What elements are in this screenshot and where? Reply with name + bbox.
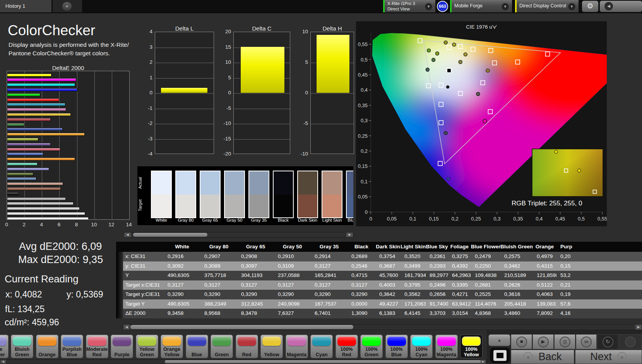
patch-button-purplish-blue[interactable]: Purplish Blue bbox=[61, 335, 83, 358]
patch-button-100-yellow[interactable]: 100% Yellow bbox=[460, 335, 483, 358]
patch-button-100-red[interactable]: 100% Red bbox=[336, 335, 358, 358]
gridline bbox=[311, 93, 354, 94]
patch-button-bluish-green[interactable]: Bluish Green bbox=[11, 335, 33, 358]
next-button[interactable]: Next » bbox=[575, 350, 642, 364]
table-cell: 0,2916 bbox=[164, 252, 200, 261]
record-button[interactable] bbox=[619, 334, 642, 349]
table-cell: 0,3127 bbox=[311, 280, 348, 290]
table-cell: 6,7401 bbox=[311, 309, 348, 318]
table-cell: 121,8598 bbox=[533, 271, 556, 280]
scrollbar-thumb[interactable] bbox=[165, 360, 481, 363]
patch-color-chip bbox=[337, 337, 356, 346]
target-color bbox=[200, 195, 220, 218]
scroll-left-arrow[interactable]: ◀ bbox=[0, 360, 6, 364]
meter-dropdown[interactable]: X-Rite i1Pro 3 Direct View ▼ bbox=[383, 0, 435, 12]
cie-plot-svg: 0,550,50,450,40,350,30,250,20,150,10,050… bbox=[356, 21, 607, 226]
table-cell: 0,3109 bbox=[274, 261, 311, 271]
table-cell: 4,16 bbox=[556, 309, 642, 318]
x-tick-label: 4 bbox=[38, 222, 45, 227]
swatch-strip-scrollbar[interactable]: ◀ ▶ bbox=[124, 232, 353, 238]
collapse-panel-button[interactable]: ◀ bbox=[600, 1, 642, 12]
pattern-window-button[interactable] bbox=[490, 348, 510, 363]
results-table: WhiteGray 80Gray 65Gray 50Gray 35BlackDa… bbox=[116, 242, 642, 318]
table-cell: 167,7537 bbox=[311, 299, 348, 309]
single-measure-button[interactable]: [·] bbox=[554, 334, 575, 349]
target-color bbox=[274, 195, 293, 218]
scroll-left-arrow[interactable]: ◀ bbox=[124, 232, 131, 237]
patch-button-yellow[interactable]: Yellow bbox=[260, 335, 283, 358]
settings-button[interactable]: ⚙ bbox=[582, 1, 598, 12]
play-button[interactable]: ▶ bbox=[532, 334, 554, 349]
table-cell: 0,4315 bbox=[533, 261, 556, 271]
table-cell: 0,2393 bbox=[426, 261, 448, 271]
patch-color-chip bbox=[0, 337, 7, 346]
patch-button-orange[interactable]: Orange bbox=[36, 335, 58, 358]
actual-color bbox=[152, 171, 171, 195]
column-header-purp: Purp bbox=[556, 242, 642, 252]
reading-luminance-value: cd/m²: 459,96 bbox=[5, 317, 59, 328]
table-cell: 0,2907 bbox=[200, 252, 237, 261]
scroll-right-arrow[interactable]: ▶ bbox=[635, 325, 642, 330]
scroll-left-arrow[interactable]: ◀ bbox=[123, 325, 130, 330]
reading-fl-value: fL: 134,25 bbox=[5, 304, 45, 314]
table-row-y-cie31: y: CIE310,30920,30890,30970,31090,31270,… bbox=[116, 261, 642, 271]
table-cell: 49,4227 bbox=[375, 299, 401, 309]
patch-button-100-magenta[interactable]: 100% Magenta bbox=[435, 335, 458, 358]
gridline bbox=[234, 124, 290, 124]
patch-button-100-blue[interactable]: 100% Blue bbox=[385, 335, 408, 358]
patch-button-yellow-green[interactable]: Yellow Green bbox=[136, 335, 158, 358]
delta-h-title: Delta H bbox=[310, 25, 354, 32]
table-cell: 0,2914 bbox=[311, 252, 348, 261]
add-tab-button[interactable]: + bbox=[53, 0, 82, 12]
display-control-dropdown[interactable]: Direct Display Control ▼ bbox=[515, 0, 579, 12]
table-cell: 240,9098 bbox=[274, 299, 311, 309]
expand-patch-list-button[interactable]: ▲ bbox=[488, 334, 510, 346]
y-tick-label: -4 bbox=[136, 151, 152, 157]
workflow-dropdown[interactable]: Mobile Forge ▼ bbox=[450, 0, 512, 12]
deltae-bar-blue bbox=[7, 128, 63, 131]
column-header-light-skin: Light Skin bbox=[401, 242, 426, 252]
deltae-bar-green bbox=[7, 123, 24, 126]
scrollbar-thumb[interactable] bbox=[130, 325, 353, 329]
patch-button-red[interactable]: Red bbox=[236, 335, 258, 358]
y-tick-label: 10 bbox=[215, 59, 231, 65]
column-header-foliage: Foliage bbox=[448, 242, 471, 252]
scroll-right-arrow[interactable]: ▶ bbox=[346, 232, 353, 237]
patch-button-blue[interactable]: Blue bbox=[186, 335, 208, 358]
patch-bar-scrollbar[interactable]: ◀ ▶ bbox=[0, 359, 487, 364]
target-color bbox=[225, 195, 244, 218]
patch-button-green[interactable]: Green bbox=[211, 335, 233, 358]
stop-icon: ■ bbox=[516, 337, 527, 347]
back-button[interactable]: « Back bbox=[511, 350, 574, 364]
table-scrollbar[interactable]: ◀ ▶ bbox=[123, 324, 642, 330]
patch-button-100-cyan[interactable]: 100% Cyan bbox=[410, 335, 433, 358]
scrollbar-thumb[interactable] bbox=[133, 233, 207, 237]
swatch-black bbox=[273, 171, 294, 218]
table-cell: 0,2479 bbox=[471, 252, 500, 261]
patch-button-blue-flower[interactable]: Blue Flower bbox=[0, 335, 9, 358]
patch-button-orange-yellow[interactable]: Orange Yellow bbox=[161, 335, 183, 358]
x-tick-label: 0 bbox=[3, 222, 10, 227]
table-cell: 6,1383 bbox=[375, 309, 401, 318]
gridline bbox=[155, 109, 214, 109]
y-tick-label: 0 bbox=[292, 90, 308, 96]
tab-history-1[interactable]: History 1 bbox=[0, 0, 51, 12]
patch-button-moderate-red[interactable]: Moderate Red bbox=[86, 335, 108, 358]
scroll-right-arrow[interactable]: ▶ bbox=[481, 360, 486, 364]
continuous-measure-button[interactable]: ∞ bbox=[576, 334, 597, 349]
patch-label: Purplish Blue bbox=[61, 347, 83, 357]
svg-text:0,2: 0,2 bbox=[452, 216, 459, 222]
patch-button-100-green[interactable]: 100% Green bbox=[360, 335, 383, 358]
patch-button-purple[interactable]: Purple bbox=[111, 335, 133, 358]
refresh-button[interactable]: ↻ bbox=[597, 334, 618, 349]
table-cell: 210,5189 bbox=[500, 271, 533, 280]
patch-button-magenta[interactable]: Magenta bbox=[286, 335, 308, 358]
row-label: Target Y bbox=[123, 299, 164, 309]
table-row-y: Y490,6305375,7718304,1193237,0588165,284… bbox=[116, 271, 642, 280]
y-tick-label: -10 bbox=[215, 120, 231, 126]
stop-button[interactable]: ■ bbox=[511, 334, 532, 349]
patch-button-cyan[interactable]: Cyan bbox=[310, 335, 333, 358]
table-cell: 0,3754 bbox=[375, 252, 401, 261]
chevron-down-icon: ▼ bbox=[425, 3, 433, 11]
delta-h-bar bbox=[316, 34, 350, 93]
